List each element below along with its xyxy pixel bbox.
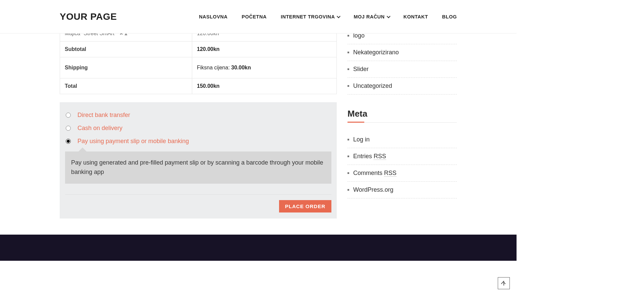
place-order-button[interactable]: PLACE ORDER xyxy=(279,200,331,212)
category-item[interactable]: Uncategorized xyxy=(347,78,457,95)
chevron-down-icon xyxy=(387,14,390,18)
category-item[interactable]: Slider xyxy=(347,61,457,78)
payment-divider xyxy=(65,194,331,195)
shipping-price: 30.00kn xyxy=(231,65,251,70)
payment-label-slip[interactable]: Pay using payment slip or mobile banking xyxy=(77,138,189,145)
meta-list: Log in Entries RSS Comments RSS WordPres… xyxy=(347,131,457,198)
shipping-value-cell: Fiksna cijena: 30.00kn xyxy=(192,57,337,78)
payment-description-text: Pay using generated and pre-filled payme… xyxy=(71,159,323,175)
meta-comments-rss-abbr: RSS xyxy=(384,170,396,177)
nav-blog[interactable]: BLOG xyxy=(442,14,457,19)
nav-naslovna[interactable]: NASLOVNA xyxy=(199,14,227,19)
bullet-icon xyxy=(347,85,349,87)
bullet-icon xyxy=(347,189,349,191)
meta-comments-prefix: Comments xyxy=(353,170,384,176)
bullet-icon xyxy=(347,172,349,174)
subtotal-row: Subtotal 120.00kn xyxy=(60,42,337,57)
category-item[interactable]: Nekategorizirano xyxy=(347,44,457,61)
site-logo[interactable]: YOUR PAGE xyxy=(60,11,117,22)
radio-cash-on-delivery[interactable] xyxy=(66,126,71,131)
payment-description: Pay using generated and pre-filled payme… xyxy=(65,151,331,184)
total-value: 150.00kn xyxy=(192,78,337,94)
back-to-top-button[interactable] xyxy=(498,277,510,289)
shipping-prefix: Fiksna cijena: xyxy=(197,65,231,70)
payment-option-slip[interactable]: Pay using payment slip or mobile banking xyxy=(65,136,331,149)
bullet-icon xyxy=(347,156,349,157)
site-header: YOUR PAGE NASLOVNA POČETNA INTERNET TRGO… xyxy=(0,0,517,34)
payment-label-cod[interactable]: Cash on delivery xyxy=(77,125,122,132)
chevron-down-icon xyxy=(337,14,340,18)
meta-heading: Meta xyxy=(347,109,457,123)
payment-label-bank[interactable]: Direct bank transfer xyxy=(77,112,130,119)
radio-payment-slip[interactable] xyxy=(66,139,71,144)
meta-entries-prefix: Entries xyxy=(353,153,374,160)
meta-login[interactable]: Log in xyxy=(347,131,457,148)
bullet-icon xyxy=(347,52,349,53)
meta-entries-rss-abbr: RSS xyxy=(374,153,386,160)
total-row: Total 150.00kn xyxy=(60,78,337,94)
subtotal-label: Subtotal xyxy=(60,42,192,57)
meta-entries-rss[interactable]: Entries RSS xyxy=(347,148,457,165)
category-label: Uncategorized xyxy=(353,82,392,89)
meta-comments-rss[interactable]: Comments RSS xyxy=(347,165,457,182)
nav-label: MOJ RAČUN xyxy=(354,14,384,19)
meta-label: Log in xyxy=(353,136,370,143)
meta-wporg[interactable]: WordPress.org xyxy=(347,182,457,198)
bullet-icon xyxy=(347,68,349,70)
nav-pocetna[interactable]: POČETNA xyxy=(242,14,267,19)
total-label: Total xyxy=(60,78,192,94)
nav-internet-trgovina[interactable]: INTERNET TRGOVINA xyxy=(281,14,340,19)
footer-band xyxy=(0,235,517,261)
bullet-icon xyxy=(347,139,349,140)
shipping-label: Shipping xyxy=(60,57,192,78)
order-review-table: Majica "Street SmArt" × 1 120.00kn Subto… xyxy=(60,25,337,94)
payment-option-bank[interactable]: Direct bank transfer xyxy=(65,110,331,123)
category-label: Slider xyxy=(353,66,369,73)
payment-methods-box: Direct bank transfer Cash on delivery Pa… xyxy=(60,102,337,219)
radio-bank-transfer[interactable] xyxy=(66,113,71,118)
subtotal-value: 120.00kn xyxy=(192,42,337,57)
meta-label: WordPress.org xyxy=(353,186,393,193)
sidebar: logo Nekategorizirano Slider Uncategoriz… xyxy=(347,34,457,219)
arrow-stem xyxy=(503,281,504,286)
nav-label: INTERNET TRGOVINA xyxy=(281,14,335,19)
main-nav: NASLOVNA POČETNA INTERNET TRGOVINA MOJ R… xyxy=(199,14,457,19)
shipping-row: Shipping Fiksna cijena: 30.00kn xyxy=(60,57,337,78)
category-label: Nekategorizirano xyxy=(353,49,399,56)
nav-moj-racun[interactable]: MOJ RAČUN xyxy=(354,14,389,19)
bullet-icon xyxy=(347,35,349,37)
checkout-main: Majica "Street SmArt" × 1 120.00kn Subto… xyxy=(60,34,337,219)
payment-option-cod[interactable]: Cash on delivery xyxy=(65,123,331,136)
categories-list: logo Nekategorizirano Slider Uncategoriz… xyxy=(347,27,457,95)
nav-kontakt[interactable]: KONTAKT xyxy=(404,14,428,19)
